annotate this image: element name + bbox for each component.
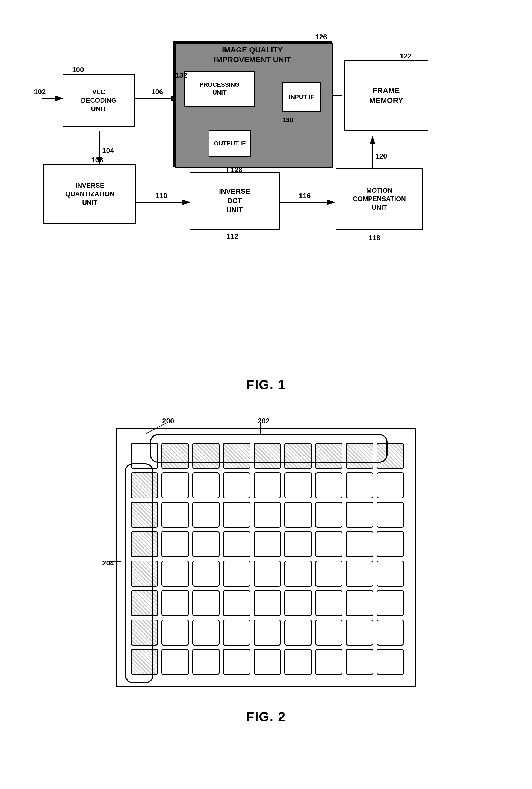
svg-text:102: 102 bbox=[34, 88, 45, 96]
inverse-dct-box: INVERSE DCT UNIT bbox=[190, 172, 280, 230]
vlc-decoding-box: VLC DECODING UNIT bbox=[62, 74, 135, 127]
grid-cell-r3c8 bbox=[377, 531, 404, 557]
svg-text:116: 116 bbox=[299, 191, 310, 200]
grid-cell-r6c7 bbox=[346, 620, 373, 646]
processing-unit-box: PROCESSING UNIT bbox=[184, 71, 255, 107]
ref-130: 130 bbox=[282, 116, 293, 124]
grid-cell-r1c6 bbox=[315, 472, 342, 498]
grid-cell-r5c8 bbox=[377, 590, 404, 616]
svg-text:106: 106 bbox=[151, 88, 163, 96]
grid-cell-r6c8 bbox=[377, 620, 404, 646]
grid-cell-r6c6 bbox=[315, 620, 342, 646]
grid-cell-r7c4 bbox=[254, 649, 281, 675]
grid-cell-r1c4 bbox=[254, 472, 281, 498]
grid-cell-r7c1 bbox=[162, 649, 189, 675]
grid-cell-r5c7 bbox=[346, 590, 373, 616]
grid-cell-r3c4 bbox=[254, 531, 281, 557]
grid-cell-r4c1 bbox=[162, 561, 189, 587]
top-row-outline bbox=[150, 434, 387, 463]
grid-cell-r3c6 bbox=[315, 531, 342, 557]
ref-118: 118 bbox=[368, 234, 380, 242]
fig2-outer-box bbox=[116, 428, 416, 687]
grid-cell-r3c3 bbox=[223, 531, 250, 557]
grid-cell-r3c5 bbox=[284, 531, 311, 557]
fig2-grid bbox=[125, 437, 410, 680]
grid-cell-r2c8 bbox=[377, 502, 404, 528]
grid-cell-r4c6 bbox=[315, 561, 342, 587]
grid-cell-r7c8 bbox=[377, 649, 404, 675]
grid-cell-r3c1 bbox=[162, 531, 189, 557]
svg-text:110: 110 bbox=[155, 191, 167, 200]
grid-cell-r5c5 bbox=[284, 590, 311, 616]
grid-cell-r2c3 bbox=[223, 502, 250, 528]
grid-cell-r1c3 bbox=[223, 472, 250, 498]
grid-cell-r2c7 bbox=[346, 502, 373, 528]
ref-132: 132 bbox=[175, 71, 187, 79]
grid-cell-r5c3 bbox=[223, 590, 250, 616]
grid-cell-r3c2 bbox=[192, 531, 220, 557]
grid-cell-r5c1 bbox=[162, 590, 189, 616]
grid-cell-r6c5 bbox=[284, 620, 311, 646]
frame-memory-box: FRAME MEMORY bbox=[344, 60, 429, 131]
grid-cell-r4c2 bbox=[192, 561, 220, 587]
grid-cell-r2c4 bbox=[254, 502, 281, 528]
grid-cell-r7c2 bbox=[192, 649, 220, 675]
grid-cell-r1c1 bbox=[162, 472, 189, 498]
grid-cell-r4c5 bbox=[284, 561, 311, 587]
grid-cell-r1c8 bbox=[377, 472, 404, 498]
ref-112: 112 bbox=[226, 232, 238, 241]
output-if-box: OUTPUT IF bbox=[209, 130, 251, 157]
grid-cell-r7c3 bbox=[223, 649, 250, 675]
ref-100: 100 bbox=[72, 66, 84, 74]
left-col-outline bbox=[125, 463, 153, 683]
grid-cell-r2c6 bbox=[315, 502, 342, 528]
ref-204: 204 bbox=[102, 559, 114, 567]
grid-cell-r2c5 bbox=[284, 502, 311, 528]
inverse-quant-box: INVERSE QUANTIZATION UNIT bbox=[43, 164, 136, 224]
fig2-label: FIG. 2 bbox=[16, 709, 516, 724]
grid-cell-r2c2 bbox=[192, 502, 220, 528]
grid-cell-r6c4 bbox=[254, 620, 281, 646]
ref-108: 108 bbox=[91, 156, 103, 164]
grid-cell-r4c4 bbox=[254, 561, 281, 587]
grid-cell-r7c6 bbox=[315, 649, 342, 675]
grid-cell-r5c2 bbox=[192, 590, 220, 616]
fig1-diagram: 102 106 104 110 128 116 120 124 bbox=[20, 16, 512, 372]
grid-cell-r2c1 bbox=[162, 502, 189, 528]
grid-cell-r5c4 bbox=[254, 590, 281, 616]
fig2-diagram: 200 202 204 bbox=[102, 414, 430, 701]
svg-text:104: 104 bbox=[102, 146, 114, 155]
grid-cell-r6c2 bbox=[192, 620, 220, 646]
ref-202: 202 bbox=[258, 417, 269, 425]
grid-cell-r7c5 bbox=[284, 649, 311, 675]
grid-cell-r4c3 bbox=[223, 561, 250, 587]
input-if-box: INPUT IF bbox=[282, 82, 321, 112]
grid-cell-r1c2 bbox=[192, 472, 220, 498]
grid-cell-r6c3 bbox=[223, 620, 250, 646]
fig1-label: FIG. 1 bbox=[16, 377, 516, 392]
grid-cell-r1c7 bbox=[346, 472, 373, 498]
grid-cell-r4c7 bbox=[346, 561, 373, 587]
ref-126: 126 bbox=[315, 33, 327, 41]
image-quality-label: IMAGE QUALITY IMPROVEMENT UNIT bbox=[177, 45, 327, 65]
svg-text:120: 120 bbox=[375, 152, 387, 160]
ref-122: 122 bbox=[400, 52, 412, 60]
grid-cell-r3c7 bbox=[346, 531, 373, 557]
grid-cell-r4c8 bbox=[377, 561, 404, 587]
grid-cell-r7c7 bbox=[346, 649, 373, 675]
motion-comp-box: MOTION COMPENSATION UNIT bbox=[336, 168, 423, 230]
grid-cell-r6c1 bbox=[162, 620, 189, 646]
grid-cell-r5c6 bbox=[315, 590, 342, 616]
grid-cell-r1c5 bbox=[284, 472, 311, 498]
ref-200: 200 bbox=[162, 417, 174, 425]
